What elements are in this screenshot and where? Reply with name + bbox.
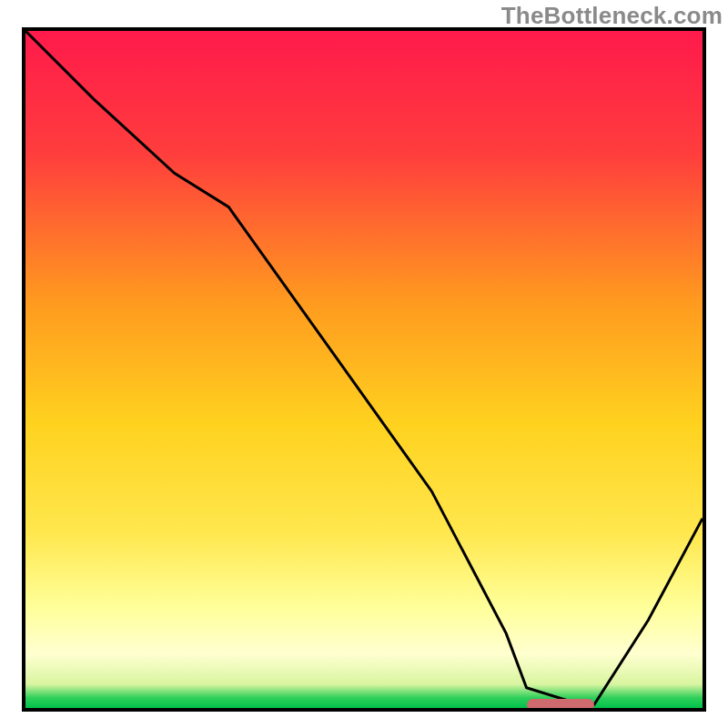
chart-container: TheBottleneck.com	[0, 0, 728, 728]
watermark-text: TheBottleneck.com	[501, 2, 723, 30]
bottleneck-marker	[527, 699, 594, 711]
chart-frame	[22, 27, 706, 712]
chart-svg	[25, 31, 703, 708]
chart-background	[25, 31, 703, 708]
